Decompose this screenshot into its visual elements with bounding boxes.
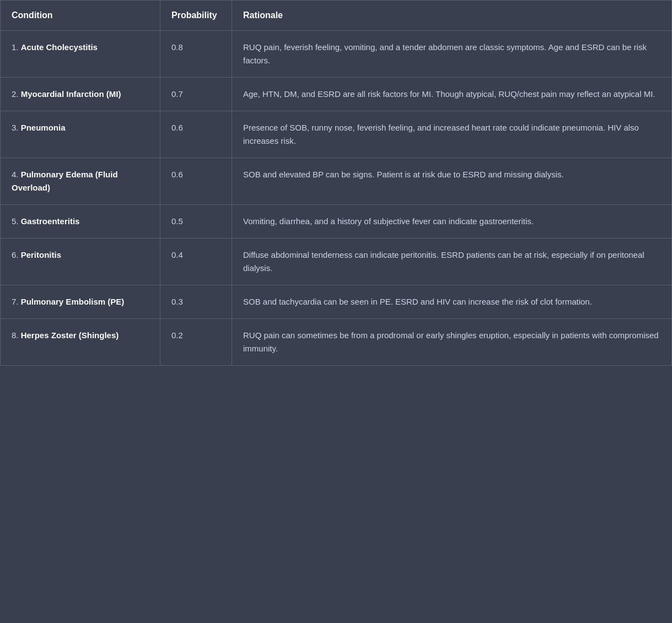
condition-cell: 8. Herpes Zoster (Shingles) [1,319,160,366]
rationale-cell: RUQ pain, feverish feeling, vomiting, an… [232,31,672,78]
probability-cell: 0.6 [160,158,232,205]
condition-cell: 4. Pulmonary Edema (Fluid Overload) [1,158,160,205]
probability-cell: 0.7 [160,78,232,111]
condition-name: Acute Cholecystitis [21,42,98,52]
condition-name: Pneumonia [21,123,66,132]
table-row: 4. Pulmonary Edema (Fluid Overload)0.6SO… [1,158,672,205]
table-row: 8. Herpes Zoster (Shingles)0.2RUQ pain c… [1,319,672,366]
condition-name: Pulmonary Embolism (PE) [21,297,125,306]
rationale-cell: Age, HTN, DM, and ESRD are all risk fact… [232,78,672,111]
condition-cell: 7. Pulmonary Embolism (PE) [1,285,160,319]
table-row: 3. Pneumonia0.6Presence of SOB, runny no… [1,111,672,158]
condition-number: 4. [12,170,21,179]
condition-number: 6. [12,250,21,259]
condition-name: Pulmonary Edema (Fluid Overload) [12,170,118,192]
table-row: 5. Gastroenteritis0.5Vomiting, diarrhea,… [1,205,672,239]
diagnosis-table: Condition Probability Rationale 1. Acute… [0,0,672,366]
condition-cell: 2. Myocardial Infarction (MI) [1,78,160,111]
rationale-cell: RUQ pain can sometimes be from a prodrom… [232,319,672,366]
condition-name: Peritonitis [21,250,61,259]
table-header-row: Condition Probability Rationale [1,1,672,31]
probability-cell: 0.5 [160,205,232,239]
condition-number: 5. [12,216,21,226]
condition-number: 8. [12,331,21,340]
condition-number: 3. [12,123,21,132]
probability-cell: 0.8 [160,31,232,78]
table-row: 7. Pulmonary Embolism (PE)0.3SOB and tac… [1,285,672,319]
condition-cell: 1. Acute Cholecystitis [1,31,160,78]
condition-cell: 6. Peritonitis [1,239,160,285]
condition-name: Herpes Zoster (Shingles) [21,331,119,340]
rationale-cell: SOB and elevated BP can be signs. Patien… [232,158,672,205]
table-row: 6. Peritonitis0.4Diffuse abdominal tende… [1,239,672,285]
header-condition: Condition [1,1,160,31]
condition-name: Gastroenteritis [21,216,80,226]
rationale-cell: SOB and tachycardia can be seen in PE. E… [232,285,672,319]
table-row: 2. Myocardial Infarction (MI)0.7Age, HTN… [1,78,672,111]
rationale-cell: Presence of SOB, runny nose, feverish fe… [232,111,672,158]
condition-cell: 5. Gastroenteritis [1,205,160,239]
condition-cell: 3. Pneumonia [1,111,160,158]
table-row: 1. Acute Cholecystitis0.8RUQ pain, fever… [1,31,672,78]
probability-cell: 0.2 [160,319,232,366]
header-rationale: Rationale [232,1,672,31]
main-container: Condition Probability Rationale 1. Acute… [0,0,672,366]
condition-number: 1. [12,42,21,52]
probability-cell: 0.3 [160,285,232,319]
condition-number: 7. [12,297,21,306]
probability-cell: 0.6 [160,111,232,158]
condition-name: Myocardial Infarction (MI) [21,89,121,99]
condition-number: 2. [12,89,21,99]
probability-cell: 0.4 [160,239,232,285]
rationale-cell: Diffuse abdominal tenderness can indicat… [232,239,672,285]
rationale-cell: Vomiting, diarrhea, and a history of sub… [232,205,672,239]
header-probability: Probability [160,1,232,31]
